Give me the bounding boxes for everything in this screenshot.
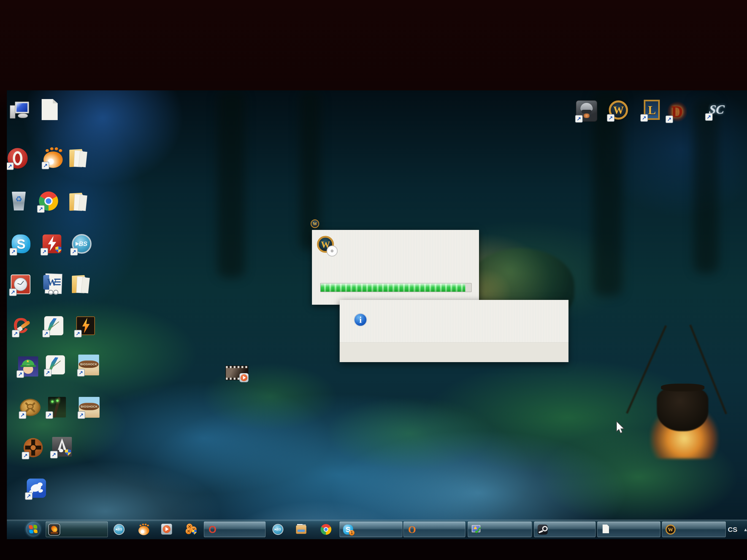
shortcut-arrow-badge: ↗ [607, 114, 615, 122]
bioshock-infinite-shortcut-icon[interactable]: BIOSHOCK↗ [78, 396, 100, 418]
taskbar-window-origin[interactable]: O [404, 522, 465, 537]
info-icon: i [354, 313, 367, 326]
icon-shape [325, 528, 328, 531]
vuze-shortcut-icon[interactable]: ↗ [26, 477, 47, 499]
icon-shape: BS [79, 240, 89, 248]
world-of-warcraft-shortcut-icon[interactable]: W↗ [608, 99, 629, 121]
folder-icon[interactable] [68, 191, 89, 213]
starcraft-2-shortcut-icon[interactable]: SC↗ [706, 98, 727, 120]
icon-shape [59, 149, 62, 152]
cauldron-pot [657, 388, 708, 431]
icon-shape [584, 113, 590, 118]
icon-shape [55, 147, 58, 150]
team-fortress-2-shortcut-icon[interactable]: ↗ [22, 437, 44, 459]
skype-shortcut-icon[interactable]: S↗ [10, 233, 32, 255]
icon-shape: ✓ [474, 525, 483, 536]
info-dialog: i [340, 300, 568, 362]
monitor-screen: ↗↗♻↗S↗↗BS↗↗WC↗↗↗★↗↗BIOSHOCK↗↗↗BIOSHOCK↗↗… [7, 90, 747, 539]
taskbar-window-skype[interactable]: S1 [340, 522, 402, 537]
gom-player-shortcut-icon[interactable]: ↗ [42, 147, 64, 168]
shortcut-arrow-badge: ↗ [70, 248, 78, 256]
shortcut-arrow-badge: ↗ [9, 248, 17, 256]
language-indicator[interactable]: CS [728, 526, 738, 533]
icon-shape [10, 105, 15, 118]
dialog-button-strip [340, 342, 568, 362]
diablo-shortcut-icon[interactable]: D↗ [666, 101, 688, 123]
taskbar: OS1O✓W BS✕✕✕BS CS ▲ [7, 520, 747, 539]
word-document-icon[interactable]: W [42, 274, 64, 295]
folder-icon[interactable] [70, 274, 92, 295]
opera-shortcut-icon[interactable]: ↗ [7, 148, 29, 169]
steam-icon [537, 524, 548, 535]
icon-shape: BIOSHOCK [79, 361, 99, 368]
photo-of-monitor: ↗↗♻↗S↗↗BS↗↗WC↗↗↗★↗↗BIOSHOCK↗↗↗BIOSHOCK↗↗… [0, 0, 747, 560]
icon-shape [50, 147, 54, 150]
tree-trunk-shadow [693, 100, 719, 273]
icon-shape [145, 524, 147, 525]
flash-utility-shortcut-icon[interactable]: ↗ [41, 233, 63, 255]
battlefield-shortcut-icon[interactable]: ↗ [576, 100, 597, 122]
ccleaner-shortcut-icon[interactable]: C↗ [12, 315, 34, 337]
icon-shape: O [407, 524, 417, 535]
assassins-creed-shortcut-icon[interactable]: ↗ [51, 436, 73, 458]
south-park-game-shortcut-icon[interactable]: ★↗ [17, 355, 39, 377]
system-tray: CS ▲ [728, 520, 747, 539]
icon-shape: BIOSHOCK [79, 403, 99, 410]
taskbar-pinned-file-manager[interactable] [296, 524, 307, 535]
taskbar-window-flame-app[interactable] [46, 522, 108, 537]
icon-shape: ★ [26, 359, 29, 364]
shortcut-arrow-badge: ↗ [19, 411, 26, 419]
creature-game-shortcut-icon[interactable]: ↗ [46, 396, 68, 418]
shortcut-arrow-badge: ↗ [50, 451, 58, 458]
taskbar-window-document[interactable] [597, 522, 660, 537]
icon-shape [192, 530, 197, 535]
shortcut-arrow-badge: ↗ [7, 162, 14, 170]
chrome-shortcut-icon[interactable]: ↗ [38, 190, 59, 212]
taskbar-pinned-gom-player[interactable] [138, 524, 150, 535]
swtor-shortcut-icon[interactable]: ↗ [20, 396, 41, 418]
icon-shape [602, 525, 609, 533]
folder-icon[interactable] [68, 148, 89, 169]
shortcut-arrow-badge: ↗ [12, 330, 20, 338]
taskbar-window-opera[interactable]: O [204, 522, 265, 537]
skype-notification-badge: 1 [349, 530, 355, 535]
shortcut-arrow-badge: ↗ [575, 115, 583, 123]
icon-shape [139, 525, 141, 526]
icon-shape: BS [118, 527, 123, 532]
flashfxp-shortcut-icon[interactable]: ↗ [75, 315, 97, 337]
icon-shape [582, 110, 591, 113]
shortcut-arrow-badge: ↗ [640, 114, 648, 122]
cauldron-pot-rim [661, 383, 704, 392]
icon-shape [81, 277, 90, 293]
photoshop-shortcut-icon[interactable]: ↗ [43, 315, 65, 337]
shortcut-arrow-badge: ↗ [22, 452, 29, 459]
taskbar-pinned-utility-admin[interactable]: ✕✕✕ [186, 524, 197, 535]
video-file-icon[interactable] [226, 366, 248, 382]
bsplayer-shortcut-icon[interactable]: BS↗ [71, 233, 93, 255]
recycle-bin-icon[interactable]: ♻ [8, 190, 30, 212]
my-computer-icon[interactable] [9, 101, 31, 123]
start-button[interactable] [26, 522, 41, 536]
photoshop-shortcut-icon[interactable]: ↗ [45, 354, 67, 376]
taskbar-window-steam[interactable] [534, 522, 595, 537]
taskbar-window-installer-check[interactable]: ✓ [468, 522, 532, 537]
shortcut-arrow-badge: ↗ [41, 248, 48, 256]
shortcut-arrow-badge: ↗ [666, 115, 673, 123]
clock-app-shortcut-icon[interactable]: ↗ [10, 274, 32, 295]
taskbar-pinned-bsplayer-2[interactable]: BS [272, 524, 284, 535]
icon-shape [79, 195, 87, 211]
taskbar-pinned-chrome[interactable] [320, 524, 332, 535]
icon-shape: O [207, 524, 218, 535]
taskbar-pinned-bsplayer[interactable]: BS [113, 524, 125, 535]
text-document-icon[interactable] [39, 99, 61, 121]
icon-shape [46, 198, 51, 204]
wowround-icon: W [665, 524, 676, 535]
bioshock-infinite-shortcut-icon[interactable]: BIOSHOCK↗ [78, 354, 100, 376]
icon-shape [142, 524, 144, 525]
taskbar-pinned-media-player[interactable] [161, 524, 172, 535]
shortcut-arrow-badge: ↗ [44, 369, 51, 376]
icon-shape [79, 152, 87, 167]
taskbar-window-wow[interactable]: W [662, 522, 726, 537]
show-hidden-icons-arrow[interactable]: ▲ [743, 527, 747, 532]
league-of-legends-shortcut-icon[interactable]: L↗ [641, 99, 663, 121]
